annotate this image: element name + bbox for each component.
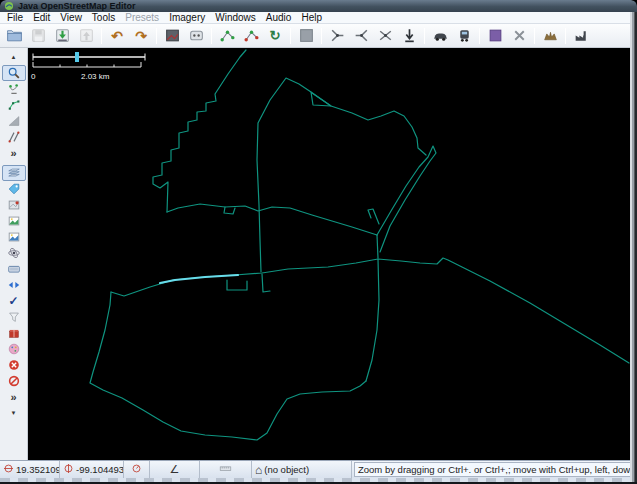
status-distance (200, 461, 252, 478)
toolbar-separator (424, 28, 425, 44)
download-data-button[interactable] (51, 26, 73, 46)
shortcuts-dialog-button[interactable] (2, 261, 26, 277)
menu-edit[interactable]: Edit (28, 12, 55, 23)
zoom-slider[interactable] (31, 51, 161, 71)
status-bar: 19.3521097 -99.1044933 ∠ ⌂ (no object) Z… (0, 460, 637, 478)
filter-dialog-button[interactable] (2, 309, 26, 325)
tags-dialog-button[interactable] (2, 181, 26, 197)
zoom-slider-thumb[interactable] (75, 52, 79, 62)
refresh-icon: ↻ (270, 29, 281, 42)
refresh-button[interactable]: ↻ (264, 26, 286, 46)
gps-traces-layer (28, 48, 630, 460)
menu-imagery[interactable]: Imagery (164, 12, 210, 23)
train-icon (456, 27, 473, 44)
industrial-area-button[interactable] (570, 26, 592, 46)
tool-hand-icon (401, 27, 418, 44)
scroll-up-button[interactable]: ▲ (2, 49, 26, 65)
map-paint-styles-dialog-button[interactable] (2, 341, 26, 357)
undo-button[interactable]: ↶ (106, 26, 128, 46)
gray-cross-icon (511, 27, 528, 44)
gps-trace-polygon-notch (311, 92, 331, 106)
title-bar[interactable]: Java OpenStreetMap Editor (0, 0, 637, 12)
folder-icon (6, 27, 23, 44)
preferences-button[interactable] (185, 26, 207, 46)
menu-view[interactable]: View (55, 12, 87, 23)
zoom-mode-button[interactable] (2, 65, 26, 81)
public-transport-button[interactable] (453, 26, 475, 46)
gps-trace-main-road-highlight (160, 275, 238, 283)
car-route-button[interactable] (429, 26, 451, 46)
delete-button[interactable] (508, 26, 530, 46)
gps-trace-north-polygon (257, 78, 426, 272)
menu-help[interactable]: Help (296, 12, 327, 23)
upload-data-button (75, 26, 97, 46)
status-heading (124, 461, 150, 478)
imagery-button[interactable] (161, 26, 183, 46)
toolbar-separator (534, 28, 535, 44)
geotagged-images-dialog-button[interactable] (2, 229, 26, 245)
more-dialogs-button[interactable]: » (2, 389, 26, 405)
draw-nodes-mode-button[interactable] (2, 97, 26, 113)
menu-tools[interactable]: Tools (87, 12, 120, 23)
conflicts-dialog-button[interactable] (2, 277, 26, 293)
menu-windows[interactable]: Windows (210, 12, 261, 23)
validator-dialog-button[interactable]: ✓ (2, 293, 26, 309)
crown-icon (542, 27, 559, 44)
changesets-dialog-button[interactable] (2, 325, 26, 341)
toolbar-separator (101, 28, 102, 44)
photos-dialog-button[interactable] (2, 213, 26, 229)
terrace-button[interactable] (539, 26, 561, 46)
nodes-red-icon (243, 27, 260, 44)
angle-icon: ∠ (170, 464, 180, 475)
reverse-way-button[interactable] (374, 26, 396, 46)
split-way-button[interactable] (326, 26, 348, 46)
more-modes-button[interactable]: » (2, 145, 26, 161)
scroll-down-button[interactable]: ▼ (2, 405, 26, 421)
menu-audio[interactable]: Audio (261, 12, 297, 23)
clipped-status-row (0, 478, 637, 482)
map-canvas[interactable]: 0 2.03 km (28, 48, 630, 460)
ruler-icon (219, 462, 232, 477)
longitude-value: -99.1044933 (76, 464, 124, 475)
redo-button[interactable]: ↷ (130, 26, 152, 46)
tool-combine-icon (353, 27, 370, 44)
preferences-icon (188, 27, 205, 44)
select-mode-button[interactable] (2, 81, 26, 97)
gps-trace-staircase (153, 50, 246, 212)
update-selection-button[interactable] (240, 26, 262, 46)
relations-dialog-button[interactable] (2, 197, 26, 213)
toolbar-separator (290, 28, 291, 44)
gps-trace-road-side-rect (227, 280, 247, 290)
restrictions-button[interactable] (2, 373, 26, 389)
heading-icon (131, 463, 142, 476)
parallel-way-mode-button[interactable] (2, 129, 26, 145)
status-object: ⌂ (no object) (252, 461, 352, 478)
open-file-button[interactable] (3, 26, 25, 46)
follow-line-button[interactable] (398, 26, 420, 46)
tool-split-icon (329, 27, 346, 44)
save-button (27, 26, 49, 46)
gps-trace-south-link (366, 259, 379, 381)
menu-file[interactable]: File (2, 12, 28, 23)
status-angle: ∠ (150, 461, 200, 478)
scale-min-label: 0 (31, 72, 35, 81)
floppy-icon (30, 27, 47, 44)
status-longitude: -99.1044933 (60, 461, 124, 478)
gps-trace-diagonal-hook (368, 209, 379, 224)
gps-trace-junction-link (377, 235, 378, 258)
download-along-way-button[interactable] (216, 26, 238, 46)
gps-trace-upper-road (167, 204, 377, 235)
selection-mode-button[interactable] (295, 26, 317, 46)
side-toolbar: ▲»✓»▼ (0, 48, 28, 460)
toolbar-separator (211, 28, 212, 44)
object-icon: ⌂ (255, 464, 262, 476)
improve-accuracy-mode-button[interactable] (2, 113, 26, 129)
toolbar-separator (321, 28, 322, 44)
upload-icon (78, 27, 95, 44)
align-in-rect-button[interactable] (484, 26, 506, 46)
discard-button[interactable] (2, 357, 26, 373)
combine-way-button[interactable] (350, 26, 372, 46)
imagery-icon (164, 27, 181, 44)
history-dialog-button[interactable] (2, 245, 26, 261)
layers-dialog-button[interactable] (2, 165, 26, 181)
